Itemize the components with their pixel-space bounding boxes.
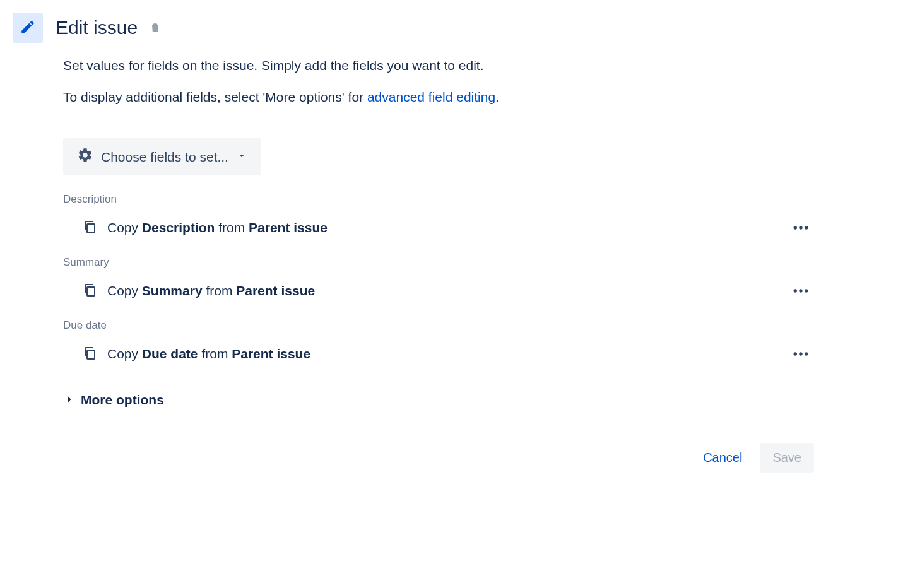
field-label: Due date (63, 319, 820, 332)
field-copy-prefix: Copy (107, 346, 142, 361)
intro-line-2-prefix: To display additional fields, select 'Mo… (63, 90, 367, 104)
edit-issue-icon-box (13, 13, 43, 43)
svg-point-10 (799, 352, 803, 356)
svg-point-7 (805, 289, 808, 293)
cancel-button[interactable]: Cancel (690, 443, 755, 473)
more-actions-button[interactable] (788, 341, 814, 367)
content-area: Set values for fields on the issue. Simp… (63, 56, 820, 473)
page-title: Edit issue (56, 17, 138, 38)
more-actions-button[interactable] (788, 278, 814, 304)
field-copy-prefix: Copy (107, 283, 142, 298)
field-value: Copy Due date from Parent issue (107, 346, 310, 362)
field-row: Copy Due date from Parent issue (63, 341, 820, 367)
field-section-summary: Summary Copy Summary from Parent issue (63, 256, 820, 304)
copy-icon (82, 220, 97, 237)
svg-point-9 (794, 352, 798, 356)
svg-point-1 (794, 226, 798, 230)
field-copy-prefix: Copy (107, 220, 142, 235)
intro-line-1: Set values for fields on the issue. Simp… (63, 56, 820, 76)
pencil-icon (20, 19, 36, 37)
field-copy-source: Parent issue (249, 220, 328, 235)
svg-rect-0 (87, 224, 95, 233)
copy-icon (82, 346, 97, 363)
field-copy-mid: from (198, 346, 232, 361)
field-copy-field: Due date (142, 346, 198, 361)
svg-point-11 (805, 352, 808, 356)
footer-buttons: Cancel Save (63, 443, 820, 473)
intro-line-2-suffix: . (495, 90, 499, 104)
svg-rect-4 (87, 287, 95, 296)
svg-point-2 (799, 226, 803, 230)
intro-line-2: To display additional fields, select 'Mo… (63, 87, 820, 107)
trash-icon[interactable] (149, 21, 162, 34)
choose-fields-label: Choose fields to set... (101, 150, 228, 165)
gear-icon (77, 147, 93, 167)
chevron-down-icon (236, 150, 247, 165)
svg-point-3 (805, 226, 808, 230)
field-label: Summary (63, 256, 820, 269)
field-copy-field: Description (142, 220, 215, 235)
field-value: Copy Summary from Parent issue (107, 283, 315, 298)
field-row: Copy Summary from Parent issue (63, 278, 820, 304)
chevron-right-icon (63, 393, 76, 408)
field-copy-mid: from (203, 283, 237, 298)
field-row-left: Copy Due date from Parent issue (82, 346, 310, 363)
field-value: Copy Description from Parent issue (107, 220, 328, 235)
more-actions-button[interactable] (788, 215, 814, 241)
svg-rect-8 (87, 350, 95, 359)
field-row-left: Copy Description from Parent issue (82, 220, 328, 237)
field-copy-source: Parent issue (232, 346, 310, 361)
svg-point-5 (794, 289, 798, 293)
advanced-field-editing-link[interactable]: advanced field editing (367, 90, 495, 104)
svg-point-6 (799, 289, 803, 293)
header-row: Edit issue (13, 13, 833, 43)
field-row: Copy Description from Parent issue (63, 215, 820, 241)
field-copy-source: Parent issue (236, 283, 315, 298)
choose-fields-button[interactable]: Choose fields to set... (63, 138, 261, 175)
copy-icon (82, 283, 97, 300)
field-label: Description (63, 193, 820, 206)
field-row-left: Copy Summary from Parent issue (82, 283, 315, 300)
more-options-toggle[interactable]: More options (63, 392, 820, 408)
title-block: Edit issue (56, 17, 162, 38)
field-section-due-date: Due date Copy Due date from Parent issue (63, 319, 820, 367)
save-button[interactable]: Save (760, 443, 814, 473)
field-copy-mid: from (215, 220, 249, 235)
more-options-label: More options (81, 392, 164, 408)
field-section-description: Description Copy Description from Parent… (63, 193, 820, 241)
field-copy-field: Summary (142, 283, 203, 298)
